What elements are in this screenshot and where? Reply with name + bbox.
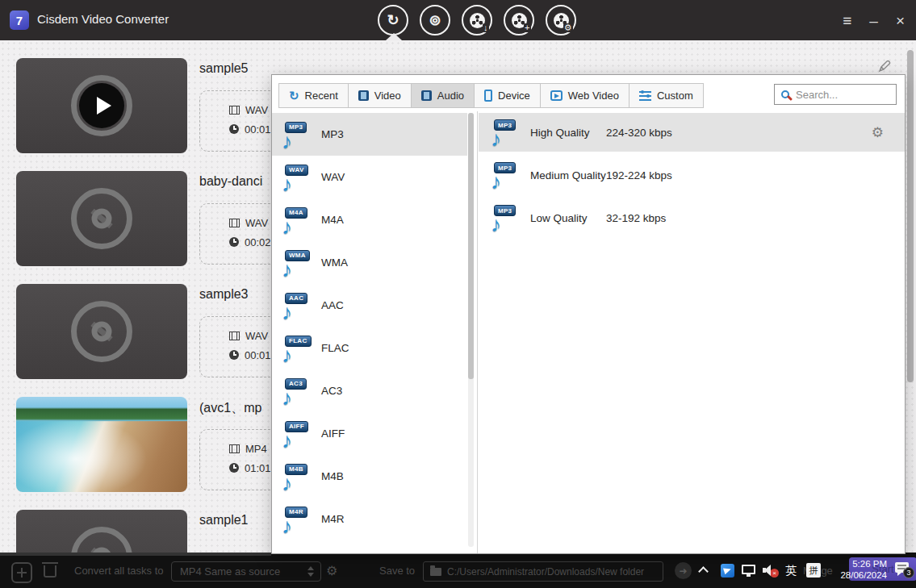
tray-expand-chevron-icon[interactable] xyxy=(698,566,709,577)
quality-panel: MP3♪ High Quality 224-320 kbps ⚙ MP3♪ Me… xyxy=(479,111,905,553)
audio-format-icon: M4R♪ xyxy=(282,506,312,533)
duration-icon xyxy=(229,350,239,360)
audio-format-icon: MP3♪ xyxy=(491,119,521,146)
volume-muted-icon[interactable]: × xyxy=(763,565,779,576)
toolbox-tab-icon[interactable]: ⚙ xyxy=(546,5,576,35)
add-file-button[interactable] xyxy=(11,562,32,583)
format-item-mp3[interactable]: MP3♪MP3 xyxy=(272,113,467,156)
save-path-field[interactable]: C:/Users/Administrator/Downloads/New fol… xyxy=(423,561,663,582)
recent-icon: ↻ xyxy=(289,90,299,102)
dvd-ripper-tab-icon[interactable]: ⊚ xyxy=(420,5,450,35)
format-tabs: ↻Recent Video Audio Device Web Video Cus… xyxy=(279,83,704,108)
file-name: baby-danci xyxy=(199,174,262,189)
convert-tab-icon[interactable]: ↻ xyxy=(378,5,408,35)
format-item-m4b[interactable]: M4B♪M4B xyxy=(272,455,467,498)
video-thumbnail[interactable] xyxy=(16,397,187,492)
audio-format-icon: WAV♪ xyxy=(282,164,312,191)
audio-format-icon: FLAC♪ xyxy=(282,335,312,362)
format-item-wav[interactable]: WAV♪WAV xyxy=(272,156,467,198)
network-icon[interactable] xyxy=(742,565,755,574)
system-tray: × 英 拼 5:26 PM 28/06/2024 3 xyxy=(690,553,916,588)
format-item-m4a[interactable]: M4A♪M4A xyxy=(272,198,467,241)
notification-count-badge: 3 xyxy=(903,567,914,578)
toolbar: ↻ ⊚ ↓ + ⚙ xyxy=(378,5,576,35)
file-name: sample5 xyxy=(199,61,248,76)
minimize-icon[interactable]: – xyxy=(869,13,878,28)
audio-format-icon: M4B♪ xyxy=(282,463,312,490)
notification-center-icon[interactable]: 3 xyxy=(895,562,909,573)
edit-pencil-icon[interactable] xyxy=(876,58,893,74)
ime-mode-icon[interactable]: 拼 xyxy=(806,563,821,578)
disc-icon xyxy=(71,188,132,249)
output-format-dropdown[interactable]: MP4 Same as source xyxy=(171,561,321,582)
search-box[interactable] xyxy=(774,84,897,105)
quality-item-low[interactable]: MP3♪ Low Quality 32-192 kbps xyxy=(479,198,905,237)
ime-language-indicator[interactable]: 英 xyxy=(785,564,797,578)
video-thumbnail[interactable] xyxy=(16,171,187,266)
video-thumbnail[interactable] xyxy=(16,58,187,153)
audio-format-icon: MP3♪ xyxy=(491,204,521,231)
tab-device[interactable]: Device xyxy=(474,83,541,108)
format-item-aiff[interactable]: AIFF♪AIFF xyxy=(272,412,467,455)
duration-icon xyxy=(229,463,239,473)
audio-format-icon: AAC♪ xyxy=(282,292,312,319)
format-item-ac3[interactable]: AC3♪AC3 xyxy=(272,369,467,412)
video-compress-tab-icon[interactable]: + xyxy=(504,5,534,35)
search-icon xyxy=(781,90,789,98)
file-format: WAV xyxy=(245,104,268,116)
disc-icon xyxy=(71,301,132,362)
audio-format-icon: M4A♪ xyxy=(282,206,312,234)
quality-item-high[interactable]: MP3♪ High Quality 224-320 kbps ⚙ xyxy=(479,113,905,152)
search-input[interactable] xyxy=(796,89,885,101)
format-icon xyxy=(229,444,240,453)
file-format: MP4 xyxy=(245,443,267,455)
panel-divider xyxy=(477,111,478,553)
tab-video[interactable]: Video xyxy=(348,83,412,108)
file-format: WAV xyxy=(245,330,268,342)
film-icon xyxy=(421,90,432,101)
tab-custom[interactable]: Custom xyxy=(629,83,704,108)
audio-format-icon: AC3♪ xyxy=(282,377,312,405)
format-item-flac[interactable]: FLAC♪FLAC xyxy=(272,327,467,369)
tab-recent[interactable]: ↻Recent xyxy=(278,83,349,108)
format-item-aac[interactable]: AAC♪AAC xyxy=(272,284,467,327)
format-list-scrollbar[interactable] xyxy=(468,113,474,547)
popup-header: ↻Recent Video Audio Device Web Video Cus… xyxy=(272,75,905,111)
play-button[interactable] xyxy=(79,83,124,128)
phone-icon xyxy=(484,90,492,102)
format-item-m4r[interactable]: M4R♪M4R xyxy=(272,498,467,540)
audio-format-icon: MP3♪ xyxy=(491,161,521,189)
web-video-icon xyxy=(550,90,563,101)
tray-app-icon[interactable] xyxy=(721,564,734,578)
app-logo-icon: 7 xyxy=(10,10,29,30)
audio-format-icon: MP3♪ xyxy=(282,121,312,148)
menu-icon[interactable]: ≡ xyxy=(843,13,851,28)
file-name: (avc1、mp xyxy=(199,400,261,417)
settings-gear-icon[interactable]: ⚙ xyxy=(872,126,884,140)
output-settings-gear-icon[interactable]: ⚙ xyxy=(326,563,337,578)
open-folder-button[interactable]: ➜ xyxy=(675,562,692,579)
sliders-icon xyxy=(639,91,651,101)
convert-all-label: Convert all tasks to xyxy=(74,565,164,577)
format-icon xyxy=(229,106,240,115)
format-icon xyxy=(229,219,240,227)
close-icon[interactable]: × xyxy=(896,13,905,28)
format-item-wma[interactable]: WMA♪WMA xyxy=(272,241,467,284)
video-download-tab-icon[interactable]: ↓ xyxy=(462,5,492,35)
file-list-scrollbar[interactable] xyxy=(907,50,914,382)
film-icon xyxy=(358,90,369,101)
video-thumbnail[interactable] xyxy=(16,510,187,553)
format-list: MP3♪MP3 WAV♪WAV M4A♪M4A WMA♪WMA AAC♪AAC … xyxy=(272,111,475,553)
audio-format-icon: AIFF♪ xyxy=(282,420,312,448)
window-controls: ≡ – × xyxy=(843,0,905,40)
delete-file-button[interactable] xyxy=(44,565,56,578)
duration-icon xyxy=(229,237,239,247)
tab-web-video[interactable]: Web Video xyxy=(540,83,629,108)
time: 5:26 PM xyxy=(824,558,887,569)
tab-audio[interactable]: Audio xyxy=(411,83,475,108)
video-thumbnail[interactable] xyxy=(16,284,187,379)
file-duration: 00:01: xyxy=(245,123,274,136)
taskbar-clock[interactable]: 5:26 PM 28/06/2024 xyxy=(824,558,887,581)
titlebar: 7 Cisdem Video Converter ↻ ⊚ ↓ + ⚙ ≡ – × xyxy=(0,0,916,40)
quality-item-medium[interactable]: MP3♪ Medium Quality 192-224 kbps xyxy=(479,156,905,194)
